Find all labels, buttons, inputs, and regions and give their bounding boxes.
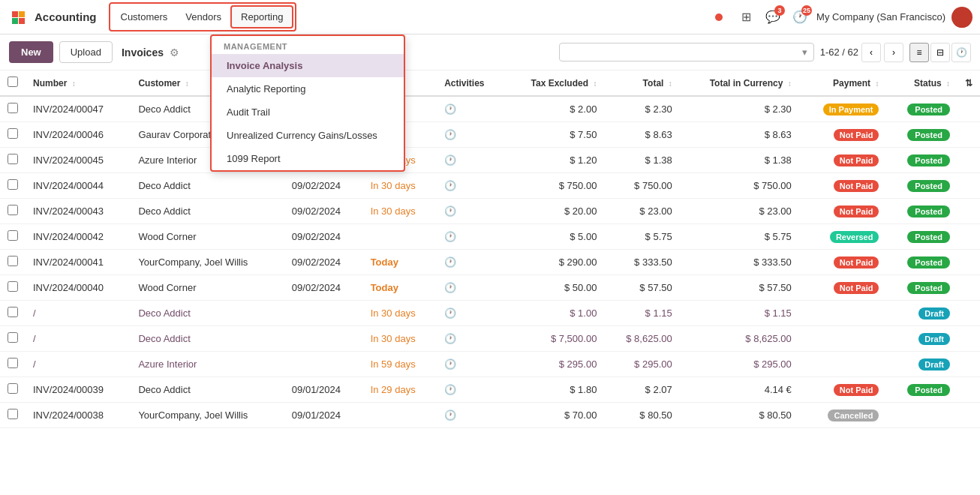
customer-link[interactable]: Azure Interior <box>138 358 197 370</box>
table-row[interactable]: INV/2024/00045 Azure Interior 09/02/2024… <box>0 148 980 173</box>
table-row[interactable]: INV/2024/00040 Wood Corner 09/02/2024 To… <box>0 275 980 301</box>
row-checkbox[interactable] <box>8 179 18 190</box>
table-row[interactable]: INV/2024/00046 Gaurav Corporation 🕐 $ 7.… <box>0 122 980 148</box>
prev-page-button[interactable]: ‹ <box>861 43 881 62</box>
cell-total-currency: $ 57.50 <box>680 275 799 301</box>
table-row[interactable]: INV/2024/00039 Deco Addict 09/01/2024 In… <box>0 377 980 403</box>
activity-clock-icon[interactable]: 🕐 <box>444 384 456 395</box>
col-total[interactable]: Total ↕ <box>604 70 679 96</box>
activity-clock-icon[interactable]: 🕐 <box>444 308 456 319</box>
table-row[interactable]: INV/2024/00042 Wood Corner 09/02/2024 🕐 … <box>0 224 980 250</box>
app-logo[interactable] <box>8 7 29 28</box>
cell-number: INV/2024/00038 <box>26 403 131 428</box>
cell-payment: Reversed <box>799 224 887 250</box>
col-number[interactable]: Number ↕ <box>26 70 131 96</box>
table-row[interactable]: INV/2024/00044 Deco Addict 09/02/2024 In… <box>0 173 980 199</box>
table-row[interactable]: INV/2024/00043 Deco Addict 09/02/2024 In… <box>0 199 980 224</box>
invoice-number-link[interactable]: / <box>33 358 36 370</box>
dropdown-1099-report[interactable]: 1099 Report <box>212 147 404 170</box>
row-checkbox[interactable] <box>8 383 18 394</box>
activity-clock-icon[interactable]: 🕐 <box>444 333 456 344</box>
upload-button[interactable]: Upload <box>59 41 113 63</box>
row-checkbox[interactable] <box>8 128 18 139</box>
col-status[interactable]: Status ↕ <box>886 70 957 96</box>
nav-vendors[interactable]: Vendors <box>176 7 230 27</box>
clock-view-button[interactable]: 🕐 <box>951 43 971 62</box>
activity-clock-icon[interactable]: 🕐 <box>444 180 456 191</box>
activity-clock-icon[interactable]: 🕐 <box>444 154 456 166</box>
dropdown-currency-gains[interactable]: Unrealized Currency Gains/Losses <box>212 124 404 147</box>
col-settings[interactable]: ⇅ <box>957 70 980 96</box>
chat-icon[interactable]: 💬 3 <box>762 7 783 28</box>
table-row[interactable]: INV/2024/00041 YourCompany, Joel Willis … <box>0 250 980 275</box>
col-tax-excluded[interactable]: Tax Excluded ↕ <box>505 70 605 96</box>
cell-activities[interactable]: 🕐 <box>437 173 504 199</box>
dropdown-analytic-reporting[interactable]: Analytic Reporting <box>212 77 404 100</box>
row-checkbox[interactable] <box>8 332 18 343</box>
payment-badge: Not Paid <box>834 180 879 192</box>
cell-customer: Deco Addict <box>131 326 284 352</box>
activity-clock-icon[interactable]: 🕐 <box>444 256 456 268</box>
search-input[interactable] <box>566 46 802 58</box>
gear-icon[interactable]: ⚙ <box>170 46 179 58</box>
cell-activities[interactable]: 🕐 <box>437 403 504 428</box>
clock-notif-icon[interactable]: 🕐 25 <box>789 7 810 28</box>
row-checkbox[interactable] <box>8 256 18 266</box>
cell-activities[interactable]: 🕐 <box>437 199 504 224</box>
cell-payment: Not Paid <box>799 275 887 301</box>
next-page-button[interactable]: › <box>884 43 903 62</box>
row-checkbox[interactable] <box>8 103 18 113</box>
activity-clock-icon[interactable]: 🕐 <box>444 129 456 140</box>
cell-activities[interactable]: 🕐 <box>437 250 504 275</box>
row-checkbox[interactable] <box>8 307 18 317</box>
table-row[interactable]: / Deco Addict In 30 days 🕐 $ 1.00 $ 1.15… <box>0 301 980 326</box>
nav-reporting[interactable]: Reporting <box>230 5 293 28</box>
cell-due: Today <box>363 275 437 301</box>
cell-customer: YourCompany, Joel Willis <box>131 250 284 275</box>
payment-badge: Not Paid <box>834 384 879 396</box>
cell-activities[interactable]: 🕐 <box>437 224 504 250</box>
dropdown-audit-trail[interactable]: Audit Trail <box>212 100 404 124</box>
cell-activities[interactable]: 🕐 <box>437 326 504 352</box>
customer-link[interactable]: Deco Addict <box>138 333 190 344</box>
table-row[interactable]: INV/2024/00047 Deco Addict 🕐 $ 2.00 $ 2.… <box>0 96 980 122</box>
cell-activities[interactable]: 🕐 <box>437 352 504 377</box>
nav-customers[interactable]: Customers <box>112 7 177 27</box>
row-checkbox[interactable] <box>8 409 18 419</box>
activity-clock-icon[interactable]: 🕐 <box>444 410 456 421</box>
cell-activities[interactable]: 🕐 <box>437 377 504 403</box>
list-view-button[interactable]: ≡ <box>909 43 929 62</box>
cell-activities[interactable]: 🕐 <box>437 96 504 122</box>
avatar[interactable] <box>951 7 972 28</box>
dropdown-invoice-analysis[interactable]: Invoice Analysis <box>212 54 404 77</box>
cell-activities[interactable]: 🕐 <box>437 122 504 148</box>
table-row[interactable]: / Deco Addict In 30 days 🕐 $ 7,500.00 $ … <box>0 326 980 352</box>
table-row[interactable]: / Azure Interior In 59 days 🕐 $ 295.00 $… <box>0 352 980 377</box>
activity-clock-icon[interactable]: 🕐 <box>444 104 456 115</box>
payment-badge: Not Paid <box>834 129 879 141</box>
new-button[interactable]: New <box>9 41 53 63</box>
select-all-checkbox[interactable] <box>8 76 18 87</box>
customer-link[interactable]: Deco Addict <box>138 308 190 319</box>
invoice-number-link[interactable]: / <box>33 308 36 319</box>
activity-clock-icon[interactable]: 🕐 <box>444 358 456 370</box>
row-checkbox[interactable] <box>8 281 18 292</box>
activity-clock-icon[interactable]: 🕐 <box>444 206 456 217</box>
table-row[interactable]: INV/2024/00038 YourCompany, Joel Willis … <box>0 403 980 428</box>
cell-activities[interactable]: 🕐 <box>437 275 504 301</box>
row-checkbox[interactable] <box>8 154 18 164</box>
activity-clock-icon[interactable]: 🕐 <box>444 231 456 242</box>
col-payment[interactable]: Payment ↕ <box>799 70 887 96</box>
grid-icon[interactable]: ⊞ <box>735 7 756 28</box>
row-checkbox[interactable] <box>8 358 18 368</box>
red-dot-icon[interactable] <box>708 7 729 28</box>
invoice-number-link[interactable]: / <box>33 333 36 344</box>
row-checkbox[interactable] <box>8 205 18 215</box>
row-checkbox[interactable] <box>8 230 18 241</box>
cell-activities[interactable]: 🕐 <box>437 301 504 326</box>
col-total-currency[interactable]: Total in Currency ↕ <box>680 70 799 96</box>
kanban-view-button[interactable]: ⊟ <box>930 43 950 62</box>
search-dropdown-button[interactable]: ▾ <box>802 46 807 58</box>
cell-activities[interactable]: 🕐 <box>437 148 504 173</box>
activity-clock-icon[interactable]: 🕐 <box>444 282 456 293</box>
